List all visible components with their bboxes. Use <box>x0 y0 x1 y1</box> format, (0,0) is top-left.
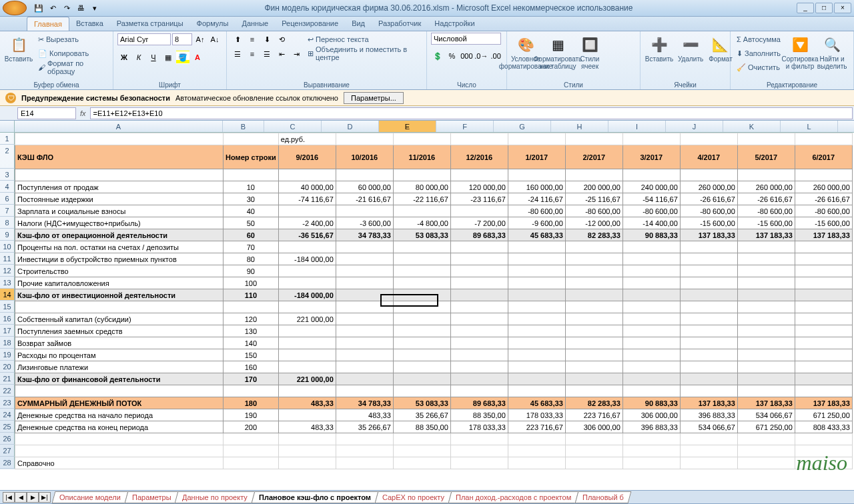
col-header-A[interactable]: A <box>15 121 223 132</box>
tab-nav-prev[interactable]: ◀ <box>15 492 27 503</box>
close-button[interactable]: × <box>834 3 851 13</box>
row-header-22[interactable]: 22 <box>0 385 15 397</box>
percent-icon[interactable]: % <box>446 49 459 63</box>
row-header-7[interactable]: 7 <box>0 205 15 217</box>
row-header-14[interactable]: 14 <box>0 289 15 301</box>
font-color-button[interactable]: A <box>191 51 204 64</box>
indent-decrease-icon[interactable]: ⇤ <box>275 47 288 61</box>
sheet-tab-0[interactable]: Описание модели <box>52 491 129 503</box>
row-header-21[interactable]: 21 <box>0 373 15 385</box>
row-header-25[interactable]: 25 <box>0 421 15 433</box>
ribbon-tab-2[interactable]: Разметка страницы <box>110 17 190 31</box>
row-header-18[interactable]: 18 <box>0 337 15 349</box>
align-center-icon[interactable]: ≡ <box>246 47 259 61</box>
row-header-28[interactable]: 28 <box>0 457 15 469</box>
decrease-font-icon[interactable]: A↓ <box>208 33 222 46</box>
col-header-L[interactable]: L <box>781 121 838 132</box>
row-header-10[interactable]: 10 <box>0 241 15 253</box>
font-size-select[interactable] <box>172 33 192 45</box>
office-button[interactable] <box>3 1 27 15</box>
italic-button[interactable]: К <box>132 51 145 64</box>
merge-center-button[interactable]: ⊞Объединить и поместить в центре <box>306 47 422 60</box>
col-header-D[interactable]: D <box>322 121 379 132</box>
row-header-8[interactable]: 8 <box>0 217 15 229</box>
currency-icon[interactable]: 💲 <box>431 49 444 63</box>
cut-button[interactable]: ✂Вырезать <box>36 33 109 46</box>
tab-nav-last[interactable]: ▶| <box>39 492 51 503</box>
increase-decimal-icon[interactable]: .0→ <box>474 49 488 63</box>
ribbon-tab-7[interactable]: Разработчик <box>372 17 428 31</box>
formula-input[interactable] <box>90 107 853 119</box>
save-icon[interactable]: 💾 <box>33 2 45 14</box>
ribbon-tab-6[interactable]: Вид <box>345 17 372 31</box>
align-top-icon[interactable]: ⬆ <box>231 33 244 46</box>
worksheet-grid[interactable]: ABCDEFGHIJKL 123467891011121314151617181… <box>0 121 854 490</box>
tab-nav-next[interactable]: ▶ <box>27 492 39 503</box>
format-painter-button[interactable]: 🖌Формат по образцу <box>36 61 109 74</box>
select-all-corner[interactable] <box>0 121 15 132</box>
row-header-11[interactable]: 11 <box>0 253 15 265</box>
paste-button[interactable]: 📋 Вставить <box>4 33 33 64</box>
ribbon-tab-0[interactable]: Главная <box>27 17 69 31</box>
comma-icon[interactable]: 000 <box>460 49 473 63</box>
row-header-24[interactable]: 24 <box>0 409 15 421</box>
increase-font-icon[interactable]: A↑ <box>193 33 207 46</box>
ribbon-tab-3[interactable]: Формулы <box>190 17 236 31</box>
find-select-button[interactable]: 🔍Найти и выделить <box>817 33 847 71</box>
fill-button[interactable]: ⬇Заполнить <box>735 47 783 60</box>
security-options-button[interactable]: Параметры... <box>344 92 404 104</box>
copy-button[interactable]: 📄Копировать <box>36 47 109 60</box>
orientation-icon[interactable]: ⟲ <box>275 33 288 46</box>
col-header-B[interactable]: B <box>223 121 264 132</box>
row-header-26[interactable]: 26 <box>0 433 15 445</box>
sheet-tab-5[interactable]: План доход.-расходов с проектом <box>448 491 579 503</box>
ribbon-tab-1[interactable]: Вставка <box>69 17 110 31</box>
undo-icon[interactable]: ↶ <box>47 2 59 14</box>
row-header-13[interactable]: 13 <box>0 277 15 289</box>
row-header-23[interactable]: 23 <box>0 397 15 409</box>
print-icon[interactable]: 🖶 <box>75 2 87 14</box>
row-header-12[interactable]: 12 <box>0 265 15 277</box>
clear-button[interactable]: 🧹Очистить <box>735 61 783 74</box>
row-header-3[interactable]: 3 <box>0 169 15 181</box>
ribbon-tab-8[interactable]: Надстройки <box>428 17 481 31</box>
col-header-C[interactable]: C <box>264 121 322 132</box>
tab-nav-first[interactable]: |◀ <box>3 492 15 503</box>
align-left-icon[interactable]: ☰ <box>231 47 244 61</box>
fill-color-button[interactable]: 🪣 <box>176 51 189 64</box>
row-header-16[interactable]: 16 <box>0 313 15 325</box>
row-header-27[interactable]: 27 <box>0 445 15 457</box>
redo-icon[interactable]: ↷ <box>61 2 73 14</box>
fx-button[interactable]: fx <box>76 109 90 117</box>
format-as-table-button[interactable]: ▦Форматировать как таблицу <box>543 33 572 71</box>
qat-more-icon[interactable]: ▾ <box>89 2 101 14</box>
align-bottom-icon[interactable]: ⬇ <box>260 33 274 46</box>
row-header-9[interactable]: 9 <box>0 229 15 241</box>
row-header-4[interactable]: 4 <box>0 181 15 193</box>
sheet-tab-2[interactable]: Данные по проекту <box>175 491 256 503</box>
sheet-tab-3[interactable]: Плановое кэш-фло с проектом <box>252 491 379 503</box>
col-header-E[interactable]: E <box>379 121 436 132</box>
sheet-tab-6[interactable]: Плановый б <box>575 491 632 503</box>
col-header-I[interactable]: I <box>608 121 666 132</box>
format-cells-button[interactable]: 📐Формат <box>707 33 734 64</box>
row-header-15[interactable]: 15 <box>0 301 15 313</box>
col-header-J[interactable]: J <box>666 121 723 132</box>
autosum-button[interactable]: ΣАвтосумма <box>735 33 783 46</box>
ribbon-tab-4[interactable]: Данные <box>235 17 275 31</box>
number-format-select[interactable] <box>431 33 501 45</box>
data-table[interactable]: ед.руб.КЭШ ФЛОНомер строки9/201610/20161… <box>15 133 853 469</box>
underline-button[interactable]: Ч <box>147 51 160 64</box>
insert-cells-button[interactable]: ➕Вставить <box>645 33 674 64</box>
row-header-2[interactable]: 2 <box>0 145 15 169</box>
sheet-tab-4[interactable]: CapEX по проекту <box>375 491 452 503</box>
align-middle-icon[interactable]: ≡ <box>246 33 259 46</box>
minimize-button[interactable]: _ <box>797 3 814 13</box>
indent-increase-icon[interactable]: ⇥ <box>290 47 303 61</box>
name-box[interactable] <box>17 107 76 119</box>
maximize-button[interactable]: □ <box>815 3 833 13</box>
row-header-6[interactable]: 6 <box>0 193 15 205</box>
ribbon-tab-5[interactable]: Рецензирование <box>275 17 345 31</box>
bold-button[interactable]: Ж <box>117 51 131 64</box>
border-button[interactable]: ▦ <box>161 51 175 64</box>
